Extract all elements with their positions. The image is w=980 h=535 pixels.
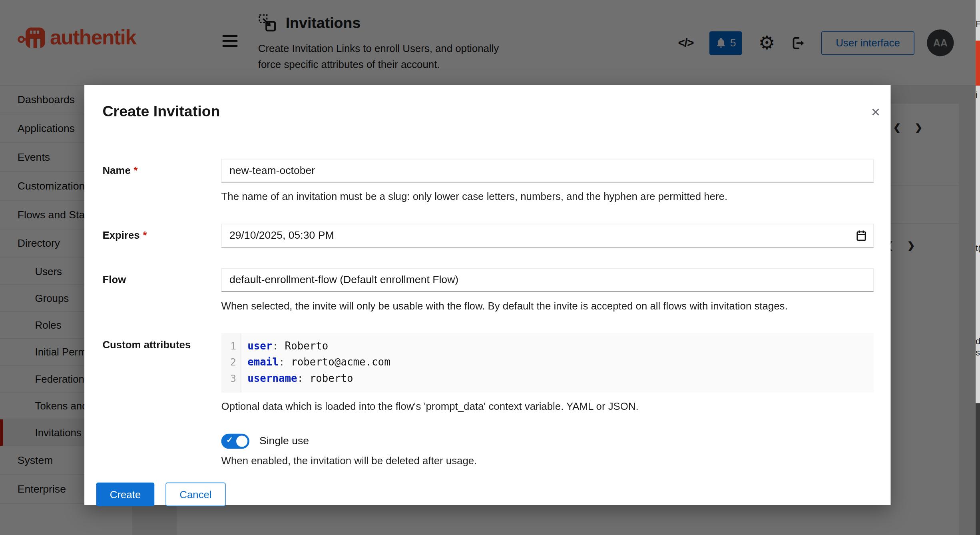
name-helper-text: The name of an invitation must be a slug… xyxy=(221,190,874,203)
single-use-label: Single use xyxy=(259,435,309,447)
single-use-helper-text: When enabled, the invitation will be del… xyxy=(221,454,874,467)
text-fragment: s xyxy=(976,347,980,357)
flow-input[interactable] xyxy=(221,268,874,292)
yaml-code-editor[interactable]: 1 2 3 user:Roberto email:roberto@acme.co… xyxy=(221,333,874,392)
name-field-row: Name* The name of an invitation must be … xyxy=(102,159,874,203)
text-fragment: t( xyxy=(976,243,980,253)
flow-helper-text: When selected, the invite will only be u… xyxy=(221,299,874,312)
name-label: Name* xyxy=(102,159,221,203)
line-number: 2 xyxy=(221,354,237,371)
cancel-button[interactable]: Cancel xyxy=(165,483,225,506)
single-use-toggle[interactable]: ✓ xyxy=(221,434,249,449)
check-icon: ✓ xyxy=(226,435,233,444)
required-asterisk: * xyxy=(143,230,147,241)
code-line: user:Roberto xyxy=(247,338,390,355)
expires-input[interactable] xyxy=(221,224,874,248)
flow-label: Flow xyxy=(102,268,221,313)
expires-label: Expires* xyxy=(102,224,221,248)
modal-footer: Create Cancel xyxy=(96,483,874,506)
editor-gutter: 1 2 3 xyxy=(221,333,241,392)
code-line: username:roberto xyxy=(247,371,390,387)
name-input[interactable] xyxy=(221,159,874,182)
text-fragment: d xyxy=(976,336,980,346)
dark-block-fragment xyxy=(976,403,980,535)
single-use-row: ✓ Single use When enabled, the invitatio… xyxy=(102,434,874,467)
modal-title: Create Invitation xyxy=(102,102,874,120)
close-icon[interactable]: ✕ xyxy=(870,106,880,118)
create-invitation-modal: Create Invitation ✕ Name* The name of an… xyxy=(84,85,890,505)
red-block-fragment xyxy=(976,41,980,86)
create-button[interactable]: Create xyxy=(96,483,154,506)
toggle-knob xyxy=(236,435,247,447)
custom-attributes-label: Custom attributes xyxy=(102,333,221,413)
custom-attributes-row: Custom attributes 1 2 3 user:Roberto ema… xyxy=(102,333,874,413)
code-line: email:roberto@acme.com xyxy=(247,354,390,371)
custom-attributes-helper-text: Optional data which is loaded into the f… xyxy=(221,399,874,413)
create-invitation-form: Name* The name of an invitation must be … xyxy=(102,159,874,506)
text-fragment: i xyxy=(976,90,978,100)
adjacent-window-sliver: F i t( d s xyxy=(976,0,980,535)
line-number: 3 xyxy=(221,371,237,387)
calendar-icon[interactable] xyxy=(856,230,866,244)
line-number: 1 xyxy=(221,338,237,355)
screen: authentik Invitations Create Invitation … xyxy=(0,0,980,535)
required-asterisk: * xyxy=(134,164,138,176)
expires-field-row: Expires* xyxy=(102,224,874,248)
editor-code: user:Roberto email:roberto@acme.com user… xyxy=(241,333,390,392)
text-fragment: F xyxy=(976,19,980,29)
flow-field-row: Flow When selected, the invite will only… xyxy=(102,268,874,313)
